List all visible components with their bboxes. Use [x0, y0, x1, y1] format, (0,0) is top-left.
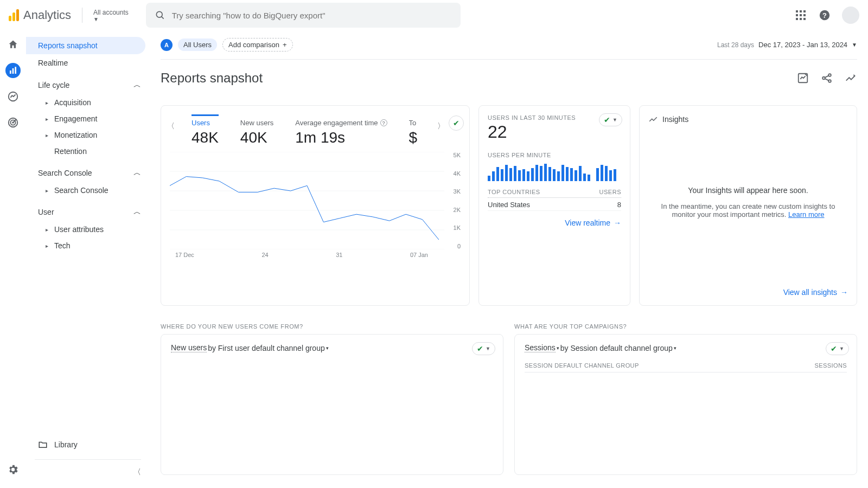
- svg-rect-4: [803, 10, 806, 12]
- chevron-down-icon: ▼: [93, 16, 99, 22]
- check-icon: ✔: [477, 344, 483, 353]
- caret-right-icon: ▸: [46, 100, 50, 106]
- svg-rect-2: [796, 10, 798, 12]
- metric-tab-truncated[interactable]: To$: [409, 114, 420, 146]
- svg-rect-13: [10, 70, 11, 74]
- folder-icon: [38, 440, 48, 450]
- account-picker-label: All accounts: [93, 9, 129, 16]
- new-users-dimension-picker[interactable]: New users by First user default channel …: [171, 343, 493, 352]
- apps-icon[interactable]: [794, 9, 807, 22]
- metric-tab-users[interactable]: Users48K: [192, 114, 219, 146]
- sessions-dimension-picker[interactable]: Sessions▾ by Session default channel gro…: [525, 343, 847, 352]
- caret-right-icon: ▸: [46, 132, 50, 138]
- users-chart: 5K 4K 3K 2K 1K 0: [170, 152, 461, 260]
- svg-rect-14: [12, 68, 14, 74]
- chevron-up-icon: ︿: [133, 168, 141, 178]
- line-chart-svg: [170, 152, 444, 249]
- svg-rect-15: [15, 67, 16, 74]
- caret-right-icon: ▸: [46, 188, 50, 194]
- metric-tab-newusers[interactable]: New users40K: [240, 114, 273, 146]
- product-name: Analytics: [23, 8, 71, 22]
- sidebar-sub-searchconsole[interactable]: ▸Search Console: [26, 182, 150, 198]
- logo: Analytics: [9, 8, 71, 22]
- rail-explore-icon[interactable]: [5, 89, 21, 104]
- filter-row: A All Users Add comparison+ Last 28 days…: [161, 30, 857, 59]
- sidebar-sub-monetization[interactable]: ▸Monetization: [26, 127, 150, 143]
- table-row[interactable]: United States8: [488, 198, 621, 211]
- rail-settings-icon[interactable]: [5, 462, 21, 477]
- sessions-card: ✔▼ Sessions▾ by Session default channel …: [514, 334, 857, 475]
- chevron-down-icon: ▼: [612, 117, 617, 123]
- svg-rect-3: [800, 10, 802, 12]
- sidebar-group-searchconsole[interactable]: Search Console︿: [26, 164, 150, 182]
- chevron-down-icon: ▼: [486, 346, 490, 351]
- card-status-pill[interactable]: ✔▼: [599, 113, 622, 126]
- rail-home-icon[interactable]: [5, 37, 21, 52]
- chevron-up-icon: ︿: [133, 80, 141, 90]
- svg-line-1: [161, 17, 163, 19]
- chevron-left-icon: 〈: [133, 467, 141, 477]
- insights-icon[interactable]: [844, 72, 857, 85]
- avatar[interactable]: [842, 7, 859, 24]
- caret-right-icon: ▸: [46, 243, 50, 249]
- chevron-down-icon: ▾: [326, 345, 329, 351]
- share-icon[interactable]: [820, 72, 833, 85]
- help-icon[interactable]: ?: [818, 9, 831, 22]
- date-range-picker[interactable]: Last 28 days Dec 17, 2023 - Jan 13, 2024…: [717, 41, 857, 49]
- svg-line-26: [825, 79, 828, 81]
- nav-rail: [0, 30, 26, 488]
- account-picker[interactable]: All accounts ▼: [93, 9, 129, 22]
- customize-icon[interactable]: [796, 72, 809, 85]
- arrow-right-icon: →: [840, 288, 848, 297]
- sidebar-sub-engagement[interactable]: ▸Engagement: [26, 111, 150, 127]
- sidebar-sub-userattributes[interactable]: ▸User attributes: [26, 221, 150, 237]
- sidebar-sub-acquisition[interactable]: ▸Acquisition: [26, 94, 150, 111]
- svg-rect-10: [803, 18, 806, 20]
- metric-tab-engagement[interactable]: Average engagement time ?1m 19s: [295, 114, 387, 146]
- card-status-pill[interactable]: ✔▼: [826, 342, 849, 355]
- help-icon: ?: [380, 119, 387, 126]
- page-title: Reports snapshot: [161, 70, 263, 86]
- sidebar-sub-tech[interactable]: ▸Tech: [26, 237, 150, 254]
- analytics-logo-icon: [9, 9, 19, 21]
- sidebar-collapse[interactable]: 〈: [26, 463, 150, 481]
- sidebar-group-user[interactable]: User︿: [26, 203, 150, 221]
- card-status-pill[interactable]: ✔▼: [472, 342, 495, 355]
- svg-rect-6: [800, 14, 802, 16]
- sidebar-library[interactable]: Library: [26, 433, 150, 456]
- topbar: Analytics All accounts ▼ ?: [0, 0, 868, 30]
- rail-reports-icon[interactable]: [5, 63, 21, 78]
- svg-text:?: ?: [822, 11, 827, 20]
- learn-more-link[interactable]: Learn more: [788, 210, 824, 219]
- sidebar-item-realtime[interactable]: Realtime: [26, 54, 145, 72]
- insights-spark-icon: [648, 114, 658, 124]
- insights-card: Insights Your Insights will appear here …: [639, 105, 857, 306]
- chevron-down-icon: ▾: [557, 345, 559, 351]
- svg-rect-5: [796, 14, 798, 16]
- check-icon: ✔: [604, 115, 610, 124]
- sidebar-group-lifecycle[interactable]: Life cycle︿: [26, 76, 150, 94]
- section-heading-campaigns: WHAT ARE YOUR TOP CAMPAIGNS?: [514, 323, 857, 330]
- search-icon: [155, 10, 165, 21]
- main-content: A All Users Add comparison+ Last 28 days…: [150, 30, 868, 488]
- segment-label[interactable]: All Users: [178, 38, 217, 51]
- add-comparison-button[interactable]: Add comparison+: [222, 38, 293, 52]
- svg-point-0: [156, 11, 162, 17]
- divider: [82, 8, 82, 23]
- metric-tabs: Users48K New users40K Average engagement…: [170, 114, 461, 146]
- svg-line-25: [825, 75, 828, 78]
- chevron-up-icon: ︿: [133, 207, 141, 217]
- search-bar[interactable]: [146, 3, 461, 28]
- new-users-card: ✔▼ New users by First user default chann…: [161, 334, 503, 475]
- rail-advertising-icon[interactable]: [5, 115, 21, 130]
- caret-right-icon: ▸: [46, 116, 50, 122]
- arrow-right-icon: →: [614, 219, 621, 227]
- segment-badge: A: [161, 39, 173, 51]
- search-input[interactable]: [172, 11, 452, 20]
- view-realtime-link[interactable]: View realtime→: [488, 219, 621, 227]
- sidebar-item-reports-snapshot[interactable]: Reports snapshot: [26, 37, 145, 54]
- view-all-insights-link[interactable]: View all insights→: [648, 288, 848, 297]
- sidebar-sub-retention[interactable]: Retention: [26, 143, 150, 159]
- chevron-down-icon: ▼: [852, 42, 857, 48]
- metrics-card: 〈 〉 ✔ Users48K New users40K Average enga…: [161, 105, 470, 306]
